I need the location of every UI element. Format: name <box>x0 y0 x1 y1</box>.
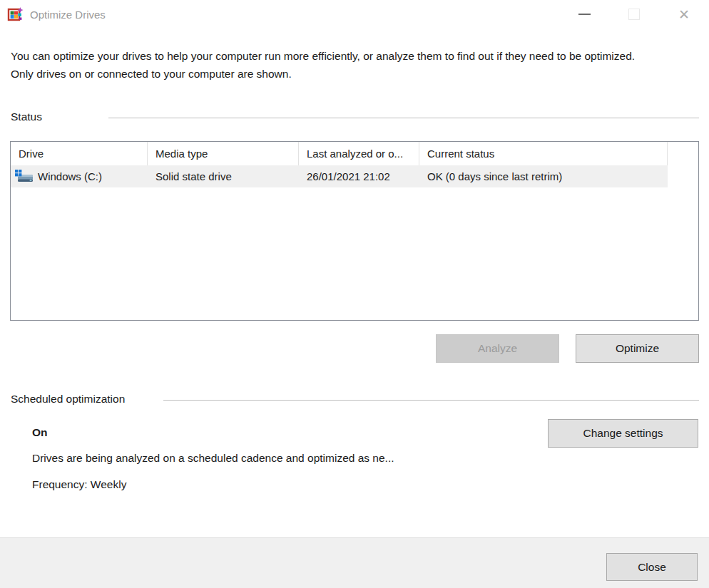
status-section-label: Status <box>11 110 42 123</box>
scheduled-section-label: Scheduled optimization <box>11 393 125 406</box>
close-icon[interactable]: ✕ <box>659 0 709 29</box>
titlebar: Optimize Drives ✕ <box>0 0 709 29</box>
column-header-drive[interactable]: Drive <box>11 142 148 165</box>
column-header-media-type[interactable]: Media type <box>148 142 299 165</box>
window-title: Optimize Drives <box>30 9 106 21</box>
schedule-frequency: Frequency: Weekly <box>32 478 126 491</box>
scheduled-section-header: Scheduled optimization <box>11 393 699 407</box>
change-settings-button[interactable]: Change settings <box>548 419 698 448</box>
footer-bar <box>0 537 709 588</box>
table-row-windows-c[interactable]: Windows (C:) Solid state drive 26/01/202… <box>11 165 668 187</box>
current-status-cell: OK (0 days since last retrim) <box>419 170 668 182</box>
windows-drive-icon <box>14 169 34 184</box>
drive-name: Windows (C:) <box>38 170 102 182</box>
minimize-icon[interactable] <box>559 0 609 29</box>
drive-name-cell: Windows (C:) <box>11 169 148 184</box>
maximize-icon[interactable] <box>609 0 659 29</box>
status-section-header: Status <box>11 110 699 125</box>
window-controls: ✕ <box>559 0 709 29</box>
intro-text: You can optimize your drives to help you… <box>11 47 660 83</box>
status-section-divider <box>108 118 699 118</box>
analyze-button[interactable]: Analyze <box>436 334 559 363</box>
optimize-button[interactable]: Optimize <box>576 334 699 363</box>
scheduled-section-divider <box>163 400 699 401</box>
last-analyzed-cell: 26/01/2021 21:02 <box>299 170 419 182</box>
column-header-last-analyzed[interactable]: Last analyzed or o... <box>299 142 419 165</box>
column-header-current-status[interactable]: Current status <box>419 142 668 165</box>
drives-table-header: Drive Media type Last analyzed or o... C… <box>11 142 698 165</box>
media-type-cell: Solid state drive <box>148 170 299 182</box>
optimize-drives-window: Optimize Drives ✕ You can optimize your … <box>0 0 709 588</box>
close-button[interactable]: Close <box>606 553 698 581</box>
schedule-state: On <box>32 426 48 439</box>
defrag-icon <box>7 6 24 23</box>
schedule-description: Drives are being analyzed on a scheduled… <box>32 452 394 465</box>
drives-table: Drive Media type Last analyzed or o... C… <box>10 141 699 321</box>
